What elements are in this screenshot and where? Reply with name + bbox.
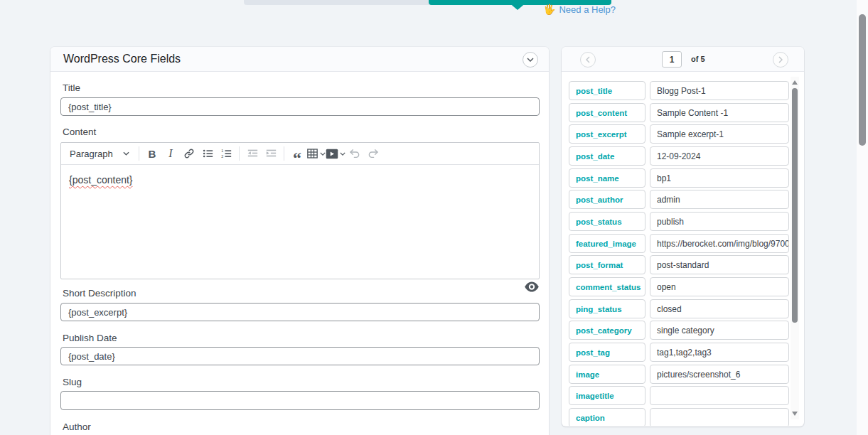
content-editor-value: {post_content} <box>69 174 133 186</box>
source-field-chip[interactable]: post_author <box>569 190 645 209</box>
scroll-down-arrow-icon[interactable] <box>792 412 798 416</box>
source-field-chip[interactable]: featured_image <box>569 234 645 253</box>
svg-text:2: 2 <box>221 154 223 159</box>
bullet-list-button[interactable] <box>198 145 217 162</box>
source-field-value: bp1 <box>650 168 789 188</box>
table-icon <box>306 148 318 159</box>
source-field-chip[interactable]: imagetitle <box>569 386 645 405</box>
source-field-chip[interactable]: post_date <box>569 146 645 166</box>
media-embed-button[interactable] <box>326 145 345 162</box>
short-description-input[interactable] <box>60 303 540 321</box>
indent-button[interactable] <box>262 145 280 162</box>
source-field-chip[interactable]: post_name <box>569 168 645 188</box>
table-row: image pictures/screenshot_6 <box>562 365 804 384</box>
source-field-chip[interactable]: caption <box>569 408 645 426</box>
italic-button[interactable]: I <box>161 145 180 162</box>
table-row: post_tag tag1,tag2,tag3 <box>562 343 804 362</box>
source-field-chip[interactable]: post_format <box>569 255 645 274</box>
content-editor: Paragraph B I 1 2 <box>60 142 540 279</box>
source-field-chip[interactable]: post_excerpt <box>569 124 645 144</box>
page-number-input[interactable] <box>662 51 682 68</box>
chevron-down-icon <box>320 152 326 156</box>
panel-title: WordPress Core Fields <box>63 47 181 71</box>
collapse-panel-button[interactable] <box>523 52 538 68</box>
content-editor-textarea[interactable]: {post_content} <box>61 165 539 279</box>
numbered-list-button[interactable]: 1 2 <box>217 145 235 162</box>
table-row: comment_status open <box>562 277 804 296</box>
title-label: Title <box>63 82 80 93</box>
table-row: post_title Blogg Post-1 <box>562 81 804 100</box>
source-field-chip[interactable]: post_title <box>569 81 645 100</box>
redo-icon <box>368 149 379 159</box>
page-count-label: of 5 <box>691 47 705 72</box>
wordpress-core-fields-panel: WordPress Core Fields Title Content Para… <box>50 47 549 435</box>
chevron-down-icon <box>123 151 129 156</box>
source-field-value: pictures/screenshot_6 <box>650 365 789 384</box>
browser-scrollbar-thumb[interactable] <box>859 14 866 146</box>
short-description-label: Short Description <box>63 288 136 299</box>
blockquote-button[interactable]: “ <box>288 145 306 162</box>
scroll-up-arrow-icon[interactable] <box>792 80 798 85</box>
table-row: caption <box>562 408 804 426</box>
table-row: ping_status closed <box>562 299 804 318</box>
left-panel-header: WordPress Core Fields <box>50 47 549 72</box>
toolbar-divider <box>284 146 284 161</box>
source-field-chip[interactable]: ping_status <box>569 299 645 318</box>
next-page-button[interactable] <box>773 52 788 68</box>
bullet-list-icon <box>202 148 214 159</box>
bold-button[interactable]: B <box>143 145 161 162</box>
source-field-value: 12-09-2024 <box>650 146 789 166</box>
numbered-list-icon: 1 2 <box>220 148 232 159</box>
source-field-value <box>650 408 789 426</box>
slug-input[interactable] <box>60 391 540 410</box>
source-field-value: single category <box>650 321 789 340</box>
pagination-header: of 5 <box>562 47 804 72</box>
need-help-label: Need a Help? <box>559 4 616 15</box>
source-field-value <box>650 386 789 405</box>
need-help-link[interactable]: 🖐 Need a Help? <box>543 4 616 15</box>
source-field-value: closed <box>650 299 789 318</box>
publish-date-label: Publish Date <box>63 333 117 343</box>
hand-icon: 🖐 <box>543 4 555 15</box>
publish-date-input[interactable] <box>60 347 540 365</box>
source-field-chip[interactable]: comment_status <box>569 277 645 296</box>
title-input[interactable] <box>60 97 540 116</box>
table-row: post_excerpt Sample excerpt-1 <box>562 124 804 144</box>
content-label: Content <box>63 127 96 137</box>
source-field-value: post-standard <box>650 255 789 274</box>
undo-button[interactable] <box>345 145 364 162</box>
source-field-chip[interactable]: post_category <box>569 321 645 340</box>
browser-scrollbar[interactable] <box>857 0 868 435</box>
table-row: post_format post-standard <box>562 255 804 274</box>
source-field-value: open <box>650 277 789 296</box>
scrollbar-thumb[interactable] <box>792 88 798 323</box>
link-button[interactable] <box>180 145 198 162</box>
chevron-down-icon <box>527 58 534 62</box>
redo-button[interactable] <box>364 145 382 162</box>
table-row: post_content Sample Content -1 <box>562 103 804 122</box>
table-button[interactable] <box>306 145 326 162</box>
source-field-value: Blogg Post-1 <box>650 81 789 100</box>
table-row: post_date 12-09-2024 <box>562 146 804 166</box>
outdent-button[interactable] <box>243 145 262 162</box>
chevron-down-icon <box>340 152 345 156</box>
indent-icon <box>265 148 277 159</box>
prev-page-button[interactable] <box>580 52 596 68</box>
media-icon <box>326 149 338 159</box>
source-field-value: publish <box>650 212 789 231</box>
toolbar-divider <box>239 146 240 161</box>
progress-pointer-icon <box>508 2 527 10</box>
panel-scrollbar[interactable] <box>791 77 799 419</box>
source-field-chip[interactable]: post_content <box>569 103 645 122</box>
outdent-icon <box>247 148 259 159</box>
table-row: post_category single category <box>562 321 804 340</box>
table-row: post_name bp1 <box>562 168 804 188</box>
paragraph-dropdown[interactable]: Paragraph <box>64 149 135 159</box>
field-rows-list: post_title Blogg Post-1 post_content Sam… <box>562 72 804 426</box>
preview-eye-icon[interactable] <box>525 281 539 292</box>
source-field-chip[interactable]: post_tag <box>569 343 645 362</box>
source-field-chip[interactable]: image <box>569 365 645 384</box>
source-field-chip[interactable]: post_status <box>569 212 645 231</box>
paragraph-dropdown-label: Paragraph <box>70 149 113 159</box>
editor-toolbar: Paragraph B I 1 2 <box>61 143 539 165</box>
